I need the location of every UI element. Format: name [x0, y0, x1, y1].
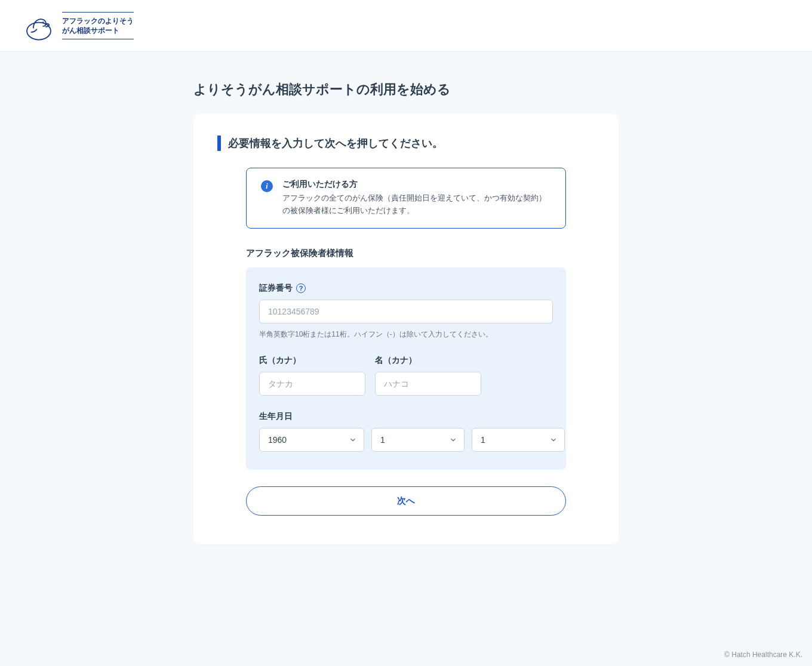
policy-number-label: 証券番号	[259, 283, 293, 294]
first-kana-label: 名（カナ）	[375, 355, 417, 366]
accent-bar	[217, 135, 221, 151]
form-card: 必要情報を入力して次へを押してください。 i ご利用いただける方 アフラックの全…	[193, 114, 619, 544]
last-kana-label: 氏（カナ）	[259, 355, 301, 366]
dob-day-select[interactable]: 1	[472, 428, 565, 452]
info-icon: i	[261, 180, 273, 192]
insured-form-panel: 証券番号 ? 半角英数字10桁または11桁。ハイフン（-）は除いて入力してくださ…	[246, 267, 566, 470]
duck-icon	[21, 8, 56, 43]
dob-year-select[interactable]: 1960	[259, 428, 364, 452]
info-body: アフラックの全てのがん保険（責任開始日を迎えていて、かつ有効な契約）の被保険者様…	[282, 192, 551, 217]
help-icon[interactable]: ?	[296, 283, 306, 293]
brand-logo: アフラックのよりそう がん相談サポート	[21, 8, 791, 43]
last-kana-input[interactable]	[259, 372, 365, 396]
policy-number-input[interactable]	[259, 300, 553, 323]
instruction-text: 必要情報を入力して次へを押してください。	[228, 136, 443, 150]
svg-point-1	[42, 21, 44, 23]
page-title: よりそうがん相談サポートの利用を始める	[193, 81, 619, 98]
brand-line2: がん相談サポート	[62, 26, 134, 35]
dob-month-select[interactable]: 1	[371, 428, 465, 452]
next-button[interactable]: 次へ	[246, 486, 566, 516]
insured-section-heading: アフラック被保険者様情報	[246, 248, 566, 259]
first-kana-input[interactable]	[375, 372, 481, 396]
brand-line1: アフラックのよりそう	[62, 16, 134, 26]
brand-text: アフラックのよりそう がん相談サポート	[62, 12, 134, 39]
footer-copyright: © Hatch Healthcare K.K.	[724, 650, 802, 659]
app-header: アフラックのよりそう がん相談サポート	[0, 0, 812, 52]
svg-point-0	[27, 23, 51, 40]
eligibility-info-box: i ご利用いただける方 アフラックの全てのがん保険（責任開始日を迎えていて、かつ…	[246, 168, 566, 229]
info-title: ご利用いただける方	[282, 179, 551, 190]
policy-number-hint: 半角英数字10桁または11桁。ハイフン（-）は除いて入力してください。	[259, 329, 553, 340]
dob-label: 生年月日	[259, 411, 293, 422]
instruction-row: 必要情報を入力して次へを押してください。	[217, 135, 595, 151]
